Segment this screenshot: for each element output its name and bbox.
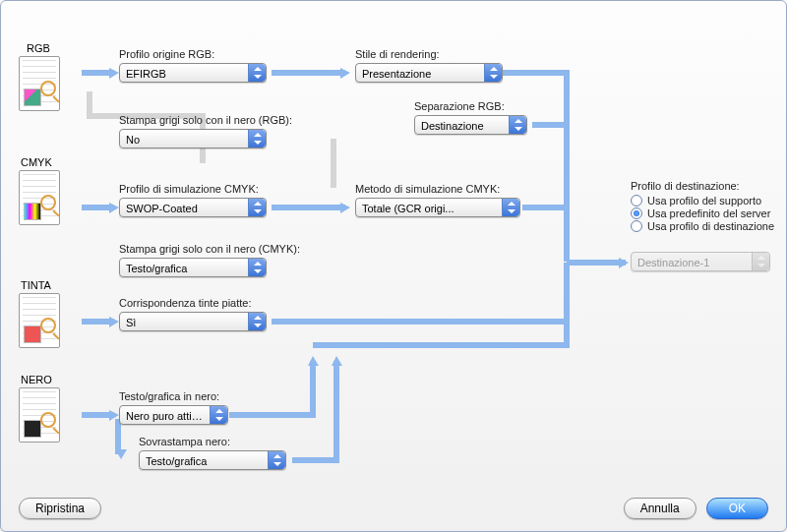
label-output-profile: Profilo di destinazione: bbox=[631, 180, 740, 192]
doc-icon-tinta bbox=[19, 293, 60, 348]
combo-black-overprint[interactable]: Testo/grafica bbox=[139, 450, 286, 470]
stepper-icon bbox=[248, 313, 266, 330]
radio-icon bbox=[631, 207, 642, 219]
svg-marker-2 bbox=[109, 203, 119, 213]
combo-rgb-black-value: No bbox=[126, 134, 140, 146]
label-rgb-rendering: Stile di rendering: bbox=[355, 48, 440, 60]
doc-icon-rgb bbox=[19, 56, 60, 111]
ok-button[interactable]: OK bbox=[706, 498, 768, 519]
stepper-icon bbox=[248, 199, 266, 216]
reset-button[interactable]: Ripristina bbox=[19, 498, 101, 519]
stepper-icon bbox=[248, 130, 266, 148]
combo-black-overprint-value: Testo/grafica bbox=[146, 455, 207, 467]
radio-label: Usa predefinito del server bbox=[647, 207, 770, 219]
stepper-icon bbox=[752, 253, 769, 270]
label-rgb-source: Profilo origine RGB: bbox=[119, 48, 214, 60]
stepper-icon bbox=[248, 64, 266, 82]
stepper-icon bbox=[484, 64, 502, 82]
doc-icon-cmyk bbox=[19, 170, 60, 225]
doc-icon-nero bbox=[19, 387, 60, 443]
section-label-rgb: RGB bbox=[27, 42, 50, 54]
combo-spot-match[interactable]: Sì bbox=[119, 312, 267, 331]
label-rgb-separation: Separazione RGB: bbox=[414, 100, 505, 112]
stepper-icon bbox=[210, 406, 227, 424]
stepper-icon bbox=[268, 451, 285, 469]
svg-marker-8 bbox=[332, 356, 342, 366]
combo-cmyk-sim-method-value: Totale (GCR origi... bbox=[362, 203, 454, 214]
combo-rgb-rendering[interactable]: Presentazione bbox=[355, 63, 503, 83]
combo-black-textgfx[interactable]: Nero puro attivato bbox=[119, 405, 228, 425]
radio-use-dest-profile[interactable]: Usa profilo di destinazione bbox=[631, 220, 778, 232]
section-label-cmyk: CMYK bbox=[21, 156, 52, 168]
dialog-footer: Ripristina Annulla OK bbox=[1, 486, 786, 531]
radio-use-server-default[interactable]: Usa predefinito del server bbox=[631, 207, 778, 219]
svg-marker-6 bbox=[308, 356, 319, 366]
combo-cmyk-sim-profile[interactable]: SWOP-Coated bbox=[119, 198, 267, 217]
combo-cmyk-sim-method[interactable]: Totale (GCR origi... bbox=[355, 198, 520, 217]
svg-marker-7 bbox=[115, 449, 127, 459]
radio-icon bbox=[631, 220, 642, 232]
stepper-icon bbox=[248, 259, 266, 276]
combo-spot-match-value: Sì bbox=[126, 317, 136, 328]
combo-rgb-source[interactable]: EFIRGB bbox=[119, 63, 267, 83]
combo-cmyk-black[interactable]: Testo/grafica bbox=[119, 258, 267, 277]
svg-marker-1 bbox=[340, 68, 350, 79]
label-rgb-black: Stampa grigi solo con il nero (RGB): bbox=[119, 114, 292, 126]
label-cmyk-sim-method: Metodo di simulazione CMYK: bbox=[355, 183, 500, 195]
radio-use-media[interactable]: Usa profilo del supporto bbox=[631, 195, 778, 207]
label-black-textgfx: Testo/grafica in nero: bbox=[119, 390, 219, 402]
combo-rgb-separation[interactable]: Destinazione bbox=[414, 115, 527, 135]
section-label-nero: NERO bbox=[21, 374, 52, 385]
radio-icon bbox=[631, 195, 642, 207]
cancel-button[interactable]: Annulla bbox=[624, 498, 696, 519]
label-spot-match: Corrispondenza tinte piatte: bbox=[119, 297, 252, 309]
stepper-icon bbox=[509, 116, 526, 134]
label-cmyk-black: Stampa grigi solo con il nero (CMYK): bbox=[119, 243, 300, 255]
section-label-tinta: TINTA bbox=[21, 279, 51, 291]
radio-label: Usa profilo di destinazione bbox=[647, 220, 774, 232]
svg-marker-0 bbox=[109, 68, 119, 79]
radio-label: Usa profilo del supporto bbox=[647, 195, 761, 207]
combo-rgb-separation-value: Destinazione bbox=[421, 120, 484, 132]
combo-rgb-source-value: EFIRGB bbox=[126, 68, 166, 80]
combo-output-dest: Destinazione-1 bbox=[631, 252, 770, 271]
combo-cmyk-sim-profile-value: SWOP-Coated bbox=[126, 203, 198, 214]
combo-output-dest-value: Destinazione-1 bbox=[637, 257, 709, 268]
combo-rgb-black[interactable]: No bbox=[119, 129, 267, 148]
svg-marker-9 bbox=[619, 258, 629, 268]
combo-black-textgfx-value: Nero puro attivato bbox=[126, 410, 212, 422]
svg-marker-5 bbox=[109, 410, 119, 421]
label-cmyk-sim-profile: Profilo di simulazione CMYK: bbox=[119, 183, 259, 195]
stepper-icon bbox=[502, 199, 519, 216]
output-profile-radio-group: Usa profilo del supporto Usa predefinito… bbox=[631, 194, 778, 233]
combo-cmyk-black-value: Testo/grafica bbox=[126, 263, 187, 274]
combo-rgb-rendering-value: Presentazione bbox=[362, 68, 431, 80]
label-black-overprint: Sovrastampa nero: bbox=[139, 436, 230, 447]
svg-marker-4 bbox=[109, 317, 119, 327]
svg-marker-3 bbox=[340, 203, 350, 213]
